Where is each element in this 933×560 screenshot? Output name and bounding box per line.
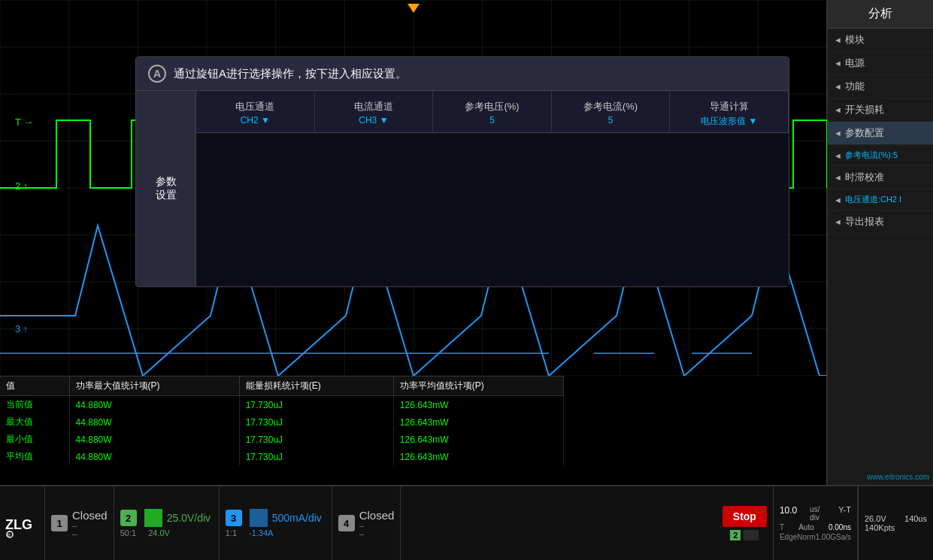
param-settings-label: 参数设置 — [136, 91, 196, 286]
timebase-auto: Auto — [798, 523, 814, 531]
sidebar-header: 分析 — [828, 0, 933, 29]
dialog-header: A 通过旋钮A进行选择操作，按下进入相应设置。 — [136, 57, 789, 91]
ch4-sub1: -- — [359, 522, 395, 530]
dialog-body: 参数设置 电压通道 CH2 ▼ 电流通道 CH3 ▼ — [136, 91, 789, 286]
channel-4-block: 4 Closed -- -- — [332, 486, 401, 560]
cell-label: 最大值 — [0, 413, 69, 431]
sidebar-item-8[interactable]: ◄ 导出报表 — [828, 210, 933, 234]
col-header-energy: 能量损耗统计项(E) — [239, 377, 393, 396]
cell-p-avg: 126.643mW — [393, 413, 563, 431]
ch4-number: 4 — [338, 515, 355, 531]
trigger-icon — [744, 530, 759, 540]
ch3-details: 1:1 -1.34A — [226, 528, 274, 537]
sidebar-arrow-5: ◄ — [834, 151, 842, 160]
ch2-offset: 24.0V — [148, 528, 170, 537]
stats-table: 值 功率最大值统计项(P) 能量损耗统计项(E) 功率平均值统计项(P) 当前值… — [0, 376, 564, 485]
tab-voltage-channel[interactable]: 电压通道 CH2 ▼ — [196, 91, 315, 132]
timebase-unit: us/div — [810, 505, 819, 522]
cell-energy: 17.730uJ — [239, 431, 393, 448]
ch1-number: 1 — [51, 515, 68, 531]
sidebar-item-5[interactable]: ◄ 参考电流(%):5 — [828, 145, 933, 166]
sidebar-label-3: 开关损耗 — [845, 103, 927, 117]
stats-data-table: 值 功率最大值统计项(P) 能量损耗统计项(E) 功率平均值统计项(P) 当前值… — [0, 377, 564, 465]
timebase-offset-val: 0.00ns — [828, 523, 851, 531]
tab-conduction-calc[interactable]: 导通计算 电压波形值 ▼ — [670, 91, 789, 132]
timebase-value: 10.0 — [780, 505, 797, 522]
sidebar-label-5: 参考电流(%):5 — [845, 150, 927, 161]
param-tab-header: 电压通道 CH2 ▼ 电流通道 CH3 ▼ 参考 — [196, 91, 789, 133]
ch4-sub2: -- — [359, 530, 395, 538]
sidebar-item-4[interactable]: ◄ 参数配置 — [828, 122, 933, 145]
tab-ref-current-value: 5 — [558, 115, 664, 126]
sidebar-label-2: 功能 — [845, 80, 927, 93]
cell-p-max: 44.880W — [69, 413, 239, 431]
sidebar-label-0: 模块 — [845, 33, 927, 47]
timebase-main-row: 10.0 us/div Y-T — [780, 504, 851, 522]
svg-text:ZLG: ZLG — [5, 517, 32, 532]
ch2-number: 2 — [120, 510, 137, 526]
cell-label: 当前值 — [0, 396, 69, 414]
yt-mode: Y-T — [838, 505, 851, 522]
sidebar-item-1[interactable]: ◄ 电源 — [828, 52, 933, 75]
sidebar-arrow-2: ◄ — [834, 82, 842, 91]
sample-rate: 1.00GSa/s — [816, 533, 851, 541]
stop-button[interactable]: Stop — [722, 506, 767, 527]
edge-label: Edge — [780, 533, 797, 541]
sidebar-arrow-4: ◄ — [834, 129, 842, 138]
tab-ref-current-label: 参考电流(%) — [558, 100, 664, 114]
tab-ref-voltage-value: 5 — [439, 115, 545, 126]
cell-label: 最小值 — [0, 431, 69, 448]
param-content — [196, 133, 789, 286]
sidebar-label-4: 参数配置 — [845, 126, 927, 140]
table-row: 当前值 44.880W 17.730uJ 126.643mW — [0, 396, 564, 414]
trigger-level-row: 26.0V 140us — [865, 514, 927, 523]
ch2-indicator: 2 ↑ — [15, 180, 28, 192]
tab-ref-voltage[interactable]: 参考电压(%) 5 — [433, 91, 552, 132]
table-row: 最大值 44.880W 17.730uJ 126.643mW — [0, 413, 564, 431]
ch4-info: Closed -- -- — [359, 509, 395, 538]
param-tabs: 电压通道 CH2 ▼ 电流通道 CH3 ▼ 参考 — [196, 91, 789, 286]
sidebar-item-0[interactable]: ◄ 模块 — [828, 29, 933, 52]
right-sidebar: 分析 ◄ 模块 ◄ 电源 ◄ 功能 ◄ 开关损耗 ◄ 参数配置 ◄ 参考电流(%… — [827, 0, 933, 485]
tab-ref-current[interactable]: 参考电流(%) 5 — [552, 91, 671, 132]
col-header-label: 值 — [0, 377, 69, 396]
logo: ZLG ® — [0, 486, 45, 560]
ch3-offset: -1.34A — [249, 528, 273, 537]
ch2-trigger-badge: 2 — [730, 530, 741, 540]
ch3-number: 3 — [226, 510, 242, 526]
sidebar-item-7[interactable]: ◄ 电压通道:CH2 I — [828, 189, 933, 210]
table-row: 最小值 44.880W 17.730uJ 126.643mW — [0, 431, 564, 448]
ch3-scale-row: 500mA/div — [250, 509, 322, 527]
bottom-spacer — [401, 486, 716, 560]
sidebar-item-3[interactable]: ◄ 开关损耗 — [828, 98, 933, 122]
col-header-p-max: 功率最大值统计项(P) — [69, 377, 239, 396]
ch3-scale: 500mA/div — [272, 512, 322, 524]
table-row: 平均值 44.880W 17.730uJ 126.643mW — [0, 448, 564, 465]
ch2-icon — [144, 509, 162, 527]
tab-ref-voltage-label: 参考电压(%) — [439, 100, 545, 114]
ch4-label: Closed — [359, 509, 395, 522]
channel-2-block: 2 25.0V/div 50:1 24.0V — [114, 486, 220, 560]
tab-conduction-value: 电压波形值 ▼ — [676, 115, 782, 128]
ch1-label: Closed — [72, 509, 108, 522]
stop-area: Stop 2 — [716, 486, 774, 560]
sidebar-arrow-3: ◄ — [834, 105, 842, 114]
trigger-level-val: 26.0V — [865, 514, 886, 523]
cell-energy: 17.730uJ — [239, 396, 393, 414]
norm-label: Norm — [797, 533, 815, 541]
sidebar-label-8: 导出报表 — [845, 215, 927, 229]
sidebar-items: ◄ 模块 ◄ 电源 ◄ 功能 ◄ 开关损耗 ◄ 参数配置 ◄ 参考电流(%):5… — [828, 29, 933, 234]
tab-current-channel[interactable]: 电流通道 CH3 ▼ — [315, 91, 434, 132]
ch1-sub2: -- — [72, 530, 108, 538]
sidebar-arrow-8: ◄ — [834, 217, 842, 226]
memory-row: 140Kpts — [865, 523, 927, 532]
tab-voltage-label: 电压通道 — [202, 100, 308, 114]
trigger-indicator — [407, 4, 420, 13]
tab-voltage-value: CH2 ▼ — [202, 115, 308, 126]
dialog-title: 通过旋钮A进行选择操作，按下进入相应设置。 — [174, 67, 407, 81]
cell-p-max: 44.880W — [69, 448, 239, 465]
cell-p-max: 44.880W — [69, 431, 239, 448]
tab-current-label: 电流通道 — [321, 100, 427, 114]
sidebar-item-6[interactable]: ◄ 时滞校准 — [828, 166, 933, 189]
sidebar-item-2[interactable]: ◄ 功能 — [828, 75, 933, 98]
